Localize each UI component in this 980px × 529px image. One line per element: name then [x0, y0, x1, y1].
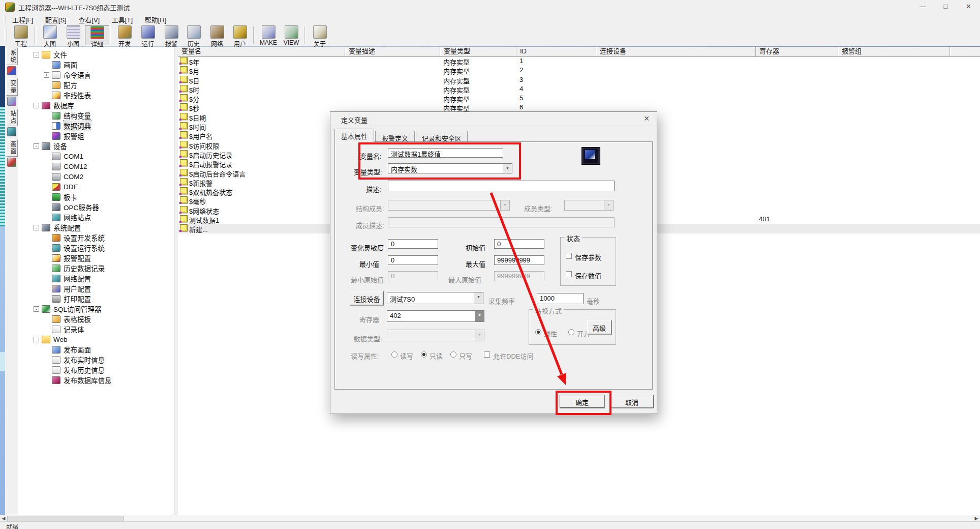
- horizontal-scrollbar[interactable]: ◀ ▶: [0, 515, 980, 522]
- toolbar-user-button[interactable]: 用户: [228, 25, 252, 45]
- datatype-dropdown[interactable]: [387, 330, 484, 341]
- tree-item[interactable]: 网络配置: [18, 273, 174, 283]
- tree-item[interactable]: 配方: [18, 80, 174, 90]
- struct-member-dropdown[interactable]: [388, 200, 510, 211]
- tree-item[interactable]: - 数据库: [18, 100, 174, 110]
- tab-screens[interactable]: 画面: [6, 139, 18, 157]
- tab-variables[interactable]: 变量: [6, 78, 18, 96]
- advanced-button[interactable]: 高级: [587, 320, 611, 334]
- save-values-checkbox[interactable]: [566, 271, 572, 277]
- column-header-alarm-group[interactable]: 报警组: [838, 47, 950, 56]
- read-write-radio[interactable]: [391, 351, 397, 358]
- column-header-register[interactable]: 寄存器: [756, 47, 838, 56]
- tree-item[interactable]: OPC服务器: [18, 202, 174, 212]
- tree-item[interactable]: - SQL访问管理器: [18, 304, 174, 314]
- tab-record-security[interactable]: 记录和安全区: [416, 131, 468, 142]
- toolbar-view-button[interactable]: VIEW: [280, 25, 303, 45]
- expand-toggle[interactable]: +: [44, 72, 49, 78]
- tree-item[interactable]: 板卡: [18, 192, 174, 202]
- tab-basic-properties[interactable]: 基本属性: [334, 129, 374, 142]
- tree-item[interactable]: - 系统配置: [18, 222, 174, 232]
- expand-toggle[interactable]: -: [34, 52, 39, 57]
- toolbar-history-button[interactable]: 历史: [182, 25, 205, 45]
- toolbar-details-button[interactable]: 详细: [85, 25, 109, 46]
- column-header-description[interactable]: 变量描述: [345, 47, 440, 56]
- expand-toggle[interactable]: -: [34, 225, 39, 230]
- toolbar-about-button[interactable]: 关于: [308, 25, 331, 45]
- toolbar-run-button[interactable]: 运行: [136, 25, 160, 45]
- sensitivity-input[interactable]: 0: [388, 239, 438, 249]
- cancel-button[interactable]: 取消: [610, 395, 654, 408]
- tree-item[interactable]: - 设备: [18, 141, 174, 151]
- initial-value-input[interactable]: 0: [494, 239, 544, 249]
- tree-item[interactable]: 历史数据记录: [18, 263, 174, 273]
- sqrt-radio[interactable]: [568, 329, 574, 335]
- connect-device-dropdown[interactable]: 测试7S0: [387, 292, 483, 304]
- tree-item[interactable]: 设置开发系统: [18, 232, 174, 243]
- tree-item[interactable]: 记录体: [18, 324, 174, 334]
- register-combo[interactable]: 402: [387, 310, 484, 322]
- read-only-radio[interactable]: [421, 351, 427, 358]
- tree-item[interactable]: 结构变量: [18, 110, 174, 121]
- min-value-input[interactable]: 0: [388, 255, 438, 265]
- maximize-button[interactable]: □: [934, 0, 957, 13]
- variable-row[interactable]: $日 内存实型 3: [178, 75, 980, 84]
- connect-device-button[interactable]: 连接设备: [350, 291, 384, 305]
- tree-item[interactable]: 画面: [18, 60, 174, 70]
- menu-view[interactable]: 查看[V]: [73, 13, 105, 24]
- variables-icon[interactable]: [7, 97, 16, 106]
- toolbar-large-icons-button[interactable]: 大图: [38, 25, 62, 45]
- tree-item[interactable]: + 命令语言: [18, 70, 174, 80]
- toolbar-network-button[interactable]: 网络: [205, 25, 229, 45]
- tab-stations[interactable]: 站点: [6, 109, 18, 126]
- menu-config[interactable]: 配置[S]: [40, 13, 72, 24]
- tree-item[interactable]: 非线性表: [18, 90, 174, 100]
- collect-freq-input[interactable]: 1000: [537, 293, 584, 304]
- tab-system[interactable]: 系统: [6, 48, 18, 65]
- dde-checkbox[interactable]: [484, 351, 490, 358]
- toolbar-small-icons-button[interactable]: 小图: [62, 25, 85, 45]
- save-params-checkbox[interactable]: [566, 253, 572, 259]
- tree-item[interactable]: DDE: [18, 182, 174, 192]
- minimize-button[interactable]: —: [911, 0, 934, 13]
- column-header-name[interactable]: 变量名: [178, 47, 345, 56]
- menu-project[interactable]: 工程[F]: [7, 13, 38, 24]
- member-desc-input[interactable]: [388, 217, 615, 227]
- variable-row[interactable]: $分 内存实型 5: [178, 94, 980, 103]
- expand-toggle[interactable]: -: [34, 103, 39, 108]
- column-header-id[interactable]: ID: [516, 47, 596, 56]
- write-only-radio[interactable]: [450, 351, 456, 358]
- tree-item[interactable]: - Web: [18, 334, 174, 344]
- tree-item[interactable]: COM1: [18, 151, 174, 161]
- tree-item[interactable]: - 文件: [18, 49, 174, 60]
- column-header-type[interactable]: 变量类型: [440, 47, 516, 56]
- toolbar-make-button[interactable]: MAKE: [257, 25, 280, 45]
- max-value-input[interactable]: 999999999: [494, 255, 544, 265]
- tab-alarm-definition[interactable]: 报警定义: [375, 131, 415, 142]
- tree-item[interactable]: 网络站点: [18, 212, 174, 222]
- toolbar-project-button[interactable]: 工程: [9, 25, 33, 45]
- description-input[interactable]: [388, 181, 615, 191]
- max-raw-input[interactable]: 999999999: [494, 271, 544, 281]
- bitmap-icon[interactable]: [581, 147, 600, 165]
- tree-item[interactable]: 发布画面: [18, 344, 174, 355]
- screens-icon[interactable]: [7, 158, 16, 167]
- menu-help[interactable]: 帮助[H]: [140, 13, 172, 24]
- toolbar-develop-button[interactable]: 开发: [113, 25, 136, 45]
- variable-row[interactable]: $月 内存实型 2: [178, 66, 980, 75]
- variable-row[interactable]: $年 内存实型 1: [178, 56, 980, 66]
- linear-radio[interactable]: [535, 329, 541, 335]
- column-header-device[interactable]: 连接设备: [596, 47, 756, 56]
- tree-item[interactable]: 报警配置: [18, 253, 174, 263]
- member-type-dropdown[interactable]: [564, 200, 614, 211]
- stations-icon[interactable]: [7, 127, 16, 136]
- expand-toggle[interactable]: -: [34, 337, 39, 342]
- toolbar-alarm-button[interactable]: 报警: [160, 25, 183, 45]
- expand-toggle[interactable]: -: [34, 143, 39, 149]
- variable-row[interactable]: $时 内存实型 4: [178, 84, 980, 94]
- close-button[interactable]: ✕: [957, 0, 980, 13]
- tree-item[interactable]: 发布历史信息: [18, 365, 174, 375]
- tree-item[interactable]: 设置运行系统: [18, 243, 174, 253]
- tree-item[interactable]: COM2: [18, 171, 174, 182]
- dialog-close-icon[interactable]: ✕: [640, 113, 653, 124]
